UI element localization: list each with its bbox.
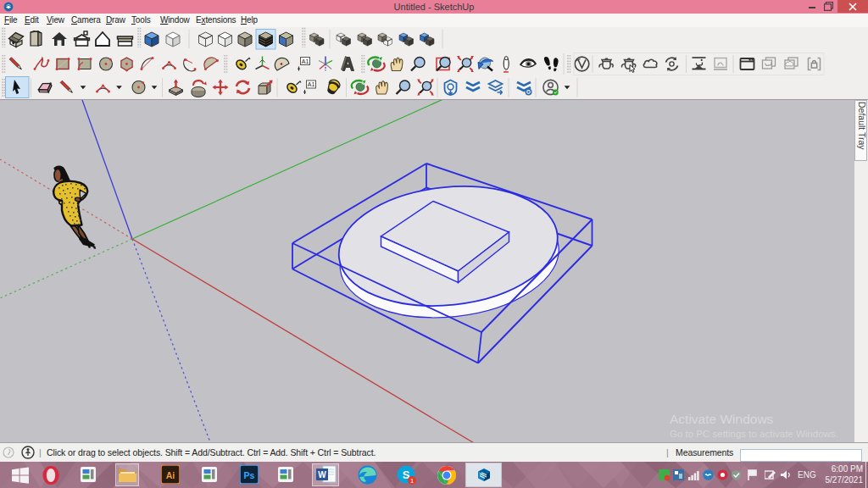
svg-text:1: 1 (410, 477, 414, 485)
svg-text:A1: A1 (308, 81, 315, 87)
svg-text:Ai: Ai (166, 470, 175, 480)
svg-text:A1: A1 (302, 58, 309, 64)
svg-text:W: W (318, 470, 326, 480)
svg-text:Ps: Ps (244, 470, 255, 480)
